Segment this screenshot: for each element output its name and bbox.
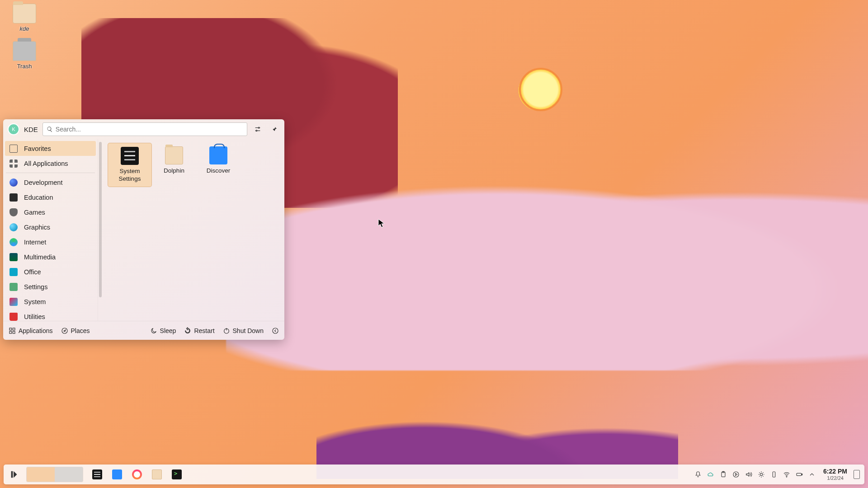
sidebar-item-label: Office — [24, 268, 41, 276]
sidebar-item-multimedia[interactable]: Multimedia — [5, 249, 96, 264]
favorites-grid: System Settings Dolphin Discover — [108, 143, 282, 187]
tray-volume[interactable] — [744, 469, 754, 479]
tray-battery[interactable] — [794, 469, 804, 479]
app-tile-label: System Settings — [110, 168, 150, 183]
discover-icon — [112, 469, 122, 479]
clipboard-icon — [720, 471, 727, 478]
desktop-icon-label: kde — [6, 25, 42, 32]
desktop-icons-area: kde Trash — [6, 4, 42, 79]
sidebar-item-system[interactable]: System — [5, 294, 96, 309]
battery-icon — [796, 471, 803, 478]
sidebar-scrollbar[interactable] — [98, 139, 102, 321]
svg-point-0 — [258, 127, 259, 128]
sliders-icon — [254, 126, 261, 133]
taskbar-task-system-settings[interactable] — [89, 467, 106, 482]
sidebar-item-label: Internet — [24, 239, 46, 246]
pager-desktop-1[interactable] — [27, 467, 55, 482]
sidebar-item-favorites[interactable]: Favorites — [5, 141, 96, 156]
folder-icon — [152, 469, 162, 479]
dolphin-icon — [165, 146, 183, 164]
category-icon — [9, 283, 18, 291]
tray-network[interactable] — [782, 469, 792, 479]
taskbar-task-konsole[interactable] — [168, 467, 185, 482]
search-input[interactable] — [56, 126, 243, 133]
virtual-desktop-pager[interactable] — [26, 467, 83, 482]
discover-icon — [209, 146, 227, 164]
sidebar-list: Favorites All Applications Development E… — [3, 139, 98, 321]
sidebar-item-label: Utilities — [24, 313, 45, 320]
clock[interactable]: 6:22 PM 1/22/24 — [823, 468, 847, 480]
sidebar-item-office[interactable]: Office — [5, 264, 96, 279]
restart-button[interactable]: Restart — [184, 327, 214, 334]
footer-tab-places[interactable]: Places — [61, 327, 90, 334]
svg-point-1 — [256, 130, 257, 131]
taskbar-task-browser[interactable] — [128, 467, 146, 482]
power-icon — [223, 327, 230, 334]
svg-rect-3 — [13, 328, 15, 330]
desktop-icon-trash[interactable]: Trash — [6, 41, 42, 70]
sidebar-item-label: Settings — [24, 283, 47, 291]
tray-clipboard[interactable] — [718, 469, 728, 479]
svg-point-12 — [760, 473, 762, 475]
svg-point-11 — [733, 472, 739, 477]
configure-button[interactable] — [252, 123, 264, 135]
taskbar-task-discover[interactable] — [108, 467, 126, 482]
app-tile-dolphin[interactable]: Dolphin — [152, 143, 196, 187]
user-avatar[interactable]: K — [8, 123, 19, 135]
shutdown-button[interactable]: Shut Down — [223, 327, 264, 334]
sidebar-item-label: Education — [24, 194, 53, 201]
speaker-icon — [745, 471, 752, 478]
sidebar-item-internet[interactable]: Internet — [5, 235, 96, 249]
svg-point-8 — [273, 328, 278, 333]
tray-expand[interactable] — [807, 469, 817, 479]
launcher-footer: Applications Places Sleep Restart Shut D… — [3, 321, 284, 340]
sidebar-item-education[interactable]: Education — [5, 190, 96, 205]
sidebar-item-games[interactable]: Games — [5, 205, 96, 220]
show-desktop-button[interactable] — [854, 470, 860, 479]
taskbar: 6:22 PM 1/22/24 — [4, 465, 864, 484]
tray-kdeconnect[interactable] — [769, 469, 779, 479]
footer-tab-applications[interactable]: Applications — [9, 327, 53, 334]
chevron-up-icon — [808, 471, 816, 478]
footer-tab-label: Places — [71, 327, 90, 334]
wallpaper-sun — [519, 68, 562, 111]
browser-icon — [132, 469, 142, 479]
compass-icon — [61, 327, 68, 334]
system-settings-icon — [121, 147, 139, 165]
tray-weather[interactable] — [706, 469, 716, 479]
sidebar-item-utilities[interactable]: Utilities — [5, 309, 96, 321]
sleep-button[interactable]: Sleep — [150, 327, 176, 334]
grid-icon — [9, 160, 18, 168]
taskbar-task-dolphin[interactable] — [148, 467, 165, 482]
search-field[interactable] — [42, 122, 247, 136]
desktop-icon-kde-folder[interactable]: kde — [6, 4, 42, 32]
app-tile-system-settings[interactable]: System Settings — [108, 143, 152, 187]
svg-rect-2 — [9, 328, 12, 330]
tray-notifications[interactable] — [693, 469, 703, 479]
leave-button[interactable] — [272, 327, 279, 334]
bell-icon — [694, 471, 702, 478]
brightness-icon — [758, 471, 765, 478]
category-icon — [9, 208, 18, 216]
pager-desktop-2[interactable] — [55, 467, 83, 482]
sidebar-item-all-applications[interactable]: All Applications — [5, 156, 96, 171]
sidebar-item-label: Graphics — [24, 224, 50, 231]
sleep-icon — [150, 327, 157, 334]
trash-icon — [13, 41, 36, 61]
search-icon — [47, 126, 53, 132]
category-icon — [9, 193, 18, 202]
application-launcher-button[interactable] — [8, 468, 21, 481]
sidebar-item-settings[interactable]: Settings — [5, 279, 96, 294]
app-tile-discover[interactable]: Discover — [196, 143, 241, 187]
sidebar-item-graphics[interactable]: Graphics — [5, 220, 96, 235]
svg-rect-16 — [802, 474, 802, 475]
app-tile-label: Discover — [198, 167, 239, 175]
sidebar-item-development[interactable]: Development — [5, 175, 96, 190]
pin-button[interactable] — [268, 123, 280, 135]
launcher-content: System Settings Dolphin Discover — [105, 139, 284, 321]
category-icon — [9, 178, 18, 187]
tray-media[interactable] — [731, 469, 741, 479]
tray-brightness[interactable] — [756, 469, 766, 479]
apps-grid-icon — [9, 327, 16, 334]
sidebar-item-label: System — [24, 298, 46, 305]
